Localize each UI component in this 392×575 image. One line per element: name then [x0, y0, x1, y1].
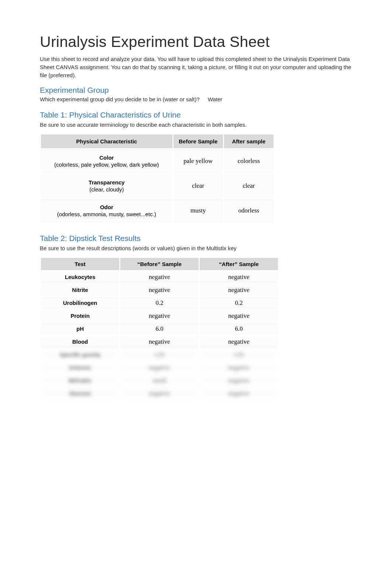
experimental-group-heading: Experimental Group — [40, 86, 352, 95]
protein-after: negative — [200, 310, 278, 322]
test-blurred: Ketones — [41, 362, 119, 374]
urobilinogen-before: 0.2 — [120, 297, 199, 309]
table-row: Nitrite negative negative — [41, 284, 278, 296]
experimental-group-question: Which experimental group did you decide … — [40, 96, 200, 102]
row-label-main: Odor — [44, 204, 169, 210]
table1-header-before: Before Sample — [173, 135, 223, 148]
blood-after: negative — [200, 336, 278, 348]
test-blurred: Glucose — [41, 388, 119, 399]
table-header-row: Physical Characteristic Before Sample Af… — [41, 135, 274, 148]
test-nitrite: Nitrite — [41, 284, 119, 296]
table-row: pH 6.0 6.0 — [41, 323, 278, 335]
cell-blurred: small — [120, 375, 199, 387]
row-label-sub: (odorless, ammonia, musty, sweet...etc.) — [44, 211, 169, 217]
table2-header-before: “Before” Sample — [120, 258, 199, 270]
cell-blurred: 1.01 — [120, 349, 199, 361]
document-title: Urinalysis Experiment Data Sheet — [40, 33, 352, 51]
table-row-blurred: Bilirubin small negative — [41, 375, 278, 387]
dipstick-results-table: Test “Before” Sample “After” Sample Leuk… — [40, 257, 279, 401]
table-header-row: Test “Before” Sample “After” Sample — [41, 258, 278, 270]
table-row-blurred: Glucose negative negative — [41, 388, 278, 399]
protein-before: negative — [120, 310, 199, 322]
transparency-before: clear — [173, 174, 223, 198]
experimental-group-line: Which experimental group did you decide … — [40, 96, 352, 102]
physical-characteristics-table: Physical Characteristic Before Sample Af… — [40, 133, 275, 224]
test-blood: Blood — [41, 336, 119, 348]
nitrite-after: negative — [200, 284, 278, 296]
test-leukocytes: Leukocytes — [41, 271, 119, 283]
cell-blurred: negative — [200, 375, 278, 387]
cell-blurred: negative — [200, 362, 278, 374]
table1-heading: Table 1: Physical Characteristics of Uri… — [40, 110, 352, 119]
ph-before: 6.0 — [120, 323, 199, 335]
table-row: Leukocytes negative negative — [41, 271, 278, 283]
table1-section: Table 1: Physical Characteristics of Uri… — [40, 110, 352, 224]
leukocytes-before: negative — [120, 271, 199, 283]
table-row: Odor (odorless, ammonia, musty, sweet...… — [41, 199, 274, 222]
table2-section: Table 2: Dipstick Test Results Be sure t… — [40, 234, 352, 401]
odor-before: musty — [173, 199, 223, 222]
test-ph: pH — [41, 323, 119, 335]
test-protein: Protein — [41, 310, 119, 322]
test-blurred: Bilirubin — [41, 375, 119, 387]
color-before: pale yellow — [173, 149, 223, 173]
odor-after: odorless — [224, 199, 274, 222]
color-after: colorless — [224, 149, 274, 173]
cell-blurred: 1.01 — [200, 349, 278, 361]
cell-blurred: negative — [120, 388, 199, 399]
table-row: Color (colorless, pale yellow, yellow, d… — [41, 149, 274, 173]
table-row: Transparency (clear, cloudy) clear clear — [41, 174, 274, 198]
intro-paragraph: Use this sheet to record and analyze you… — [40, 55, 352, 79]
row-label-sub: (clear, cloudy) — [44, 186, 169, 193]
table-row-blurred: Ketones negative negative — [41, 362, 278, 374]
cell-blurred: negative — [200, 388, 278, 399]
experimental-group-section: Experimental Group Which experimental gr… — [40, 86, 352, 102]
test-blurred: Specific gravity — [41, 349, 119, 361]
table-row: Protein negative negative — [41, 310, 278, 322]
row-label-transparency: Transparency (clear, cloudy) — [41, 174, 172, 198]
table2-heading: Table 2: Dipstick Test Results — [40, 234, 352, 243]
table1-header-after: After sample — [224, 135, 274, 148]
ph-after: 6.0 — [200, 323, 278, 335]
experimental-group-answer: Water — [208, 96, 222, 102]
table2-header-test: Test — [41, 258, 119, 270]
test-urobilinogen: Urobilinogen — [41, 297, 119, 309]
table2-header-after: “After” Sample — [200, 258, 278, 270]
blood-before: negative — [120, 336, 199, 348]
table1-header-characteristic: Physical Characteristic — [41, 135, 172, 148]
leukocytes-after: negative — [200, 271, 278, 283]
cell-blurred: negative — [120, 362, 199, 374]
table1-description: Be sure to use accurate terminology to d… — [40, 121, 352, 129]
row-label-color: Color (colorless, pale yellow, yellow, d… — [41, 149, 172, 173]
transparency-after: clear — [224, 174, 274, 198]
row-label-sub: (colorless, pale yellow, yellow, dark ye… — [44, 161, 169, 168]
row-label-odor: Odor (odorless, ammonia, musty, sweet...… — [41, 199, 172, 222]
row-label-main: Transparency — [44, 179, 169, 186]
table-row-blurred: Specific gravity 1.01 1.01 — [41, 349, 278, 361]
table-row: Urobilinogen 0.2 0.2 — [41, 297, 278, 309]
row-label-main: Color — [44, 154, 169, 161]
table-row: Blood negative negative — [41, 336, 278, 348]
table2-description: Be sure to use the result descriptions (… — [40, 244, 352, 252]
nitrite-before: negative — [120, 284, 199, 296]
urobilinogen-after: 0.2 — [200, 297, 278, 309]
